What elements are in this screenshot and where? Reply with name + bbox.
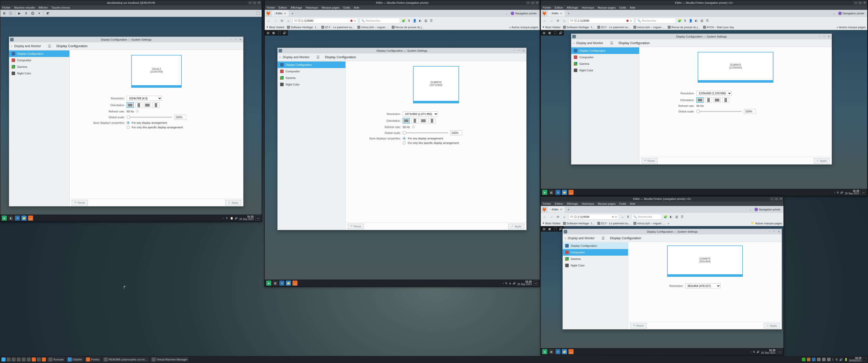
activities-icon[interactable]: ◧: [273, 280, 278, 286]
minimize-button[interactable]: ﹀: [512, 49, 516, 53]
monitor-thumbnail[interactable]: DUMMY0 (1229x590): [698, 52, 773, 83]
bookmark-item[interactable]: IZLY - Le paiement su…: [321, 26, 355, 29]
pager-icon[interactable]: [22, 358, 26, 362]
guest-clock[interactable]: 16:28 26 Sep 2023: [761, 349, 775, 354]
settings-titlebar[interactable]: Display Configuration — System Settings …: [278, 48, 526, 54]
firefox-taskbar-icon[interactable]: 🦊: [292, 280, 298, 286]
activities-icon[interactable]: ◧: [549, 349, 554, 354]
orientation-landscape-flip[interactable]: [420, 118, 427, 124]
menu-item[interactable]: Fichier: [267, 6, 275, 9]
dropdown-icon[interactable]: ▾: [37, 11, 41, 15]
tray-arrow-icon[interactable]: ‹: [751, 351, 751, 353]
back-icon[interactable]: ←: [542, 18, 547, 23]
browser-tab[interactable]: : KWin✕: [548, 10, 565, 16]
orientation-portrait[interactable]: [411, 118, 418, 124]
dolphin-taskbar-icon[interactable]: 📁: [22, 216, 27, 221]
sidebar-item-gamma[interactable]: Gamma: [9, 64, 69, 70]
back-icon[interactable]: ‹: [565, 236, 566, 240]
display-preview[interactable]: Virtual-1 (1024x768): [70, 50, 243, 93]
abp-icon[interactable]: ⬢: [350, 19, 353, 23]
tabs-dropdown-icon[interactable]: ⌄: [505, 12, 508, 15]
grid-icon[interactable]: ▦: [271, 31, 276, 35]
sidebar-item-gamma[interactable]: Gamma: [563, 256, 628, 262]
menu-machine[interactable]: Machine virtuelle: [14, 6, 35, 9]
reset-button[interactable]: ↶ Reset: [630, 323, 647, 328]
dolphin-taskbar-icon[interactable]: 📁: [562, 190, 567, 195]
close-button[interactable]: ✕: [522, 49, 526, 53]
menu-item[interactable]: Affichage: [567, 202, 578, 205]
menu-item[interactable]: Affichage: [291, 6, 302, 9]
clipboard-icon[interactable]: 📋: [230, 217, 233, 220]
menu-touche[interactable]: Touche d'envoi: [52, 6, 70, 9]
sidebar-toggle-icon[interactable]: ▤: [266, 31, 270, 35]
firefox-view-icon[interactable]: 🦊: [542, 11, 547, 16]
bookmark-item[interactable]: minou.bzh – voguer …: [633, 26, 665, 29]
reader-icon[interactable]: ≡: [612, 215, 614, 218]
lock-icon[interactable]: ⓘ: [298, 19, 301, 23]
back-icon[interactable]: ←: [542, 214, 547, 219]
battery-icon[interactable]: 🔋: [844, 358, 848, 361]
show-desktop-icon[interactable]: ▭: [861, 190, 866, 195]
volume-icon[interactable]: 🔊: [840, 191, 843, 194]
sidebar-item-display-config[interactable]: Display Configuration: [278, 62, 345, 68]
search-input[interactable]: 🔍 Rechercher: [636, 18, 676, 24]
kde-launcher-icon[interactable]: ◆: [542, 190, 547, 195]
bookmark-item[interactable]: ✦Most Visited: [542, 222, 560, 225]
apply-button[interactable]: ✓ Apply: [225, 200, 241, 205]
menu-item[interactable]: Édition: [555, 202, 563, 205]
display-preview[interactable]: DUMMY0 (1071x950): [346, 61, 526, 108]
apply-button[interactable]: ✓ Apply: [508, 224, 524, 229]
new-tab-button[interactable]: +: [290, 11, 295, 15]
sidebar-toggle-icon[interactable]: ▤: [542, 227, 546, 231]
menu-item[interactable]: Édition: [555, 6, 563, 9]
activities-icon[interactable]: ◧: [8, 216, 13, 221]
tabs-dropdown-icon[interactable]: ⌄: [749, 208, 751, 211]
minimize-button[interactable]: ﹀: [229, 38, 233, 41]
fullscreen-icon[interactable]: ⛶: [553, 31, 557, 35]
settings-taskbar-icon[interactable]: ⚙: [555, 190, 560, 195]
abp-icon[interactable]: ⬢: [626, 19, 629, 23]
vm1-titlebar[interactable]: abcddesktop sur localhost QEMU/KVM — ▢ ✕: [0, 0, 262, 5]
reload-icon[interactable]: ⟳: [555, 18, 560, 23]
orientation-portrait[interactable]: [135, 102, 142, 108]
bookmark-item[interactable]: minou.bzh – voguer …: [633, 222, 665, 225]
bookmark-item[interactable]: 4YOU - Start your day: [703, 26, 734, 29]
downloads-icon[interactable]: ⬇: [626, 215, 630, 219]
menu-item[interactable]: Marque-pages: [598, 6, 616, 9]
reload-icon[interactable]: ⟳: [279, 18, 284, 23]
library-icon[interactable]: ▥: [675, 215, 679, 219]
vm2-guest-screen[interactable]: ▤ ▦ ⛶ 🔊 Display Configuration — System S…: [265, 30, 540, 287]
bookmark-item[interactable]: IZLY - Le paiement su…: [597, 26, 631, 29]
orientation-portrait-flip[interactable]: [152, 102, 159, 108]
vm3-titlebar[interactable]: KWin — Mozilla Firefox (navigation privé…: [541, 0, 867, 5]
downloads-icon[interactable]: ⬇: [683, 19, 687, 23]
apply-button[interactable]: ✓ Apply: [764, 323, 780, 328]
bookmark-item[interactable]: minou.bzh – voguer …: [357, 26, 389, 29]
back-icon[interactable]: ‹: [573, 41, 574, 45]
new-tab-button[interactable]: +: [566, 11, 571, 15]
bookmark-item[interactable]: Software Heritage : t…: [563, 26, 595, 29]
keyboard-lang[interactable]: fr: [225, 217, 228, 220]
show-desktop-icon[interactable]: [863, 358, 867, 362]
firefox-view-icon[interactable]: 🦊: [542, 207, 547, 212]
play-icon[interactable]: ▶: [17, 11, 22, 15]
breadcrumb[interactable]: Display and Monitor: [568, 236, 594, 240]
network-icon[interactable]: ⇅: [753, 351, 755, 353]
reset-button[interactable]: ↶ Reset: [642, 158, 657, 164]
menu-afficher[interactable]: Afficher: [39, 6, 48, 9]
maximize-button[interactable]: ^: [822, 35, 826, 38]
breadcrumb[interactable]: Display and Monitor: [283, 56, 309, 59]
pocket-icon[interactable]: ⌄: [620, 215, 624, 219]
sidebar-item-compositor[interactable]: Compositor: [9, 57, 69, 64]
forward-icon[interactable]: →: [549, 18, 554, 23]
network-icon[interactable]: ⇅: [835, 358, 838, 361]
tor-icon[interactable]: ◐: [418, 19, 422, 23]
extension-icon[interactable]: 🧩: [663, 215, 668, 219]
sidebar-item-compositor[interactable]: Compositor: [278, 68, 345, 75]
bookmark-star-icon[interactable]: ☆: [354, 19, 356, 23]
downloads-icon[interactable]: ⬇: [407, 19, 411, 23]
fullscreen-icon[interactable]: ⛶: [553, 227, 557, 231]
vm4-guest-screen[interactable]: ▤ ▦ ⛶ 🔊 Display Configuration — System S…: [541, 226, 783, 355]
tray-icon[interactable]: [802, 358, 805, 361]
orientation-portrait-flip[interactable]: [429, 118, 435, 124]
